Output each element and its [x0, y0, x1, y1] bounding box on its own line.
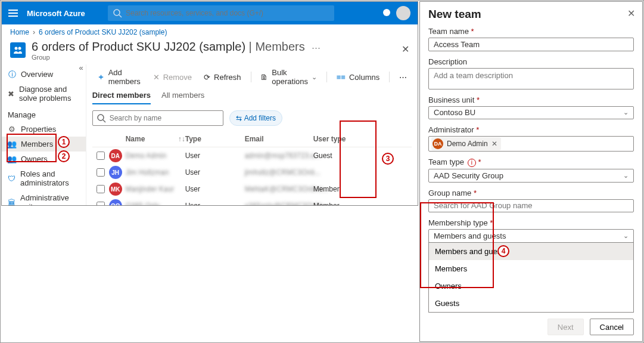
admin-pill[interactable]: DADemo Admin✕ — [431, 137, 501, 150]
columns-button[interactable]: ≡≡Columns — [332, 73, 384, 82]
sidebar-members[interactable]: 👥Members — [2, 137, 86, 152]
more-toolbar-icon[interactable]: ⋯ — [394, 73, 412, 82]
sidebar-roles[interactable]: 🛡Roles and administrators — [2, 166, 86, 190]
tab-all-members[interactable]: All members — [161, 91, 204, 104]
user-avatar-icon: MK — [109, 183, 122, 196]
bulk-operations-button[interactable]: 🗎Bulk operations⌄ — [256, 68, 322, 86]
hamburger-icon[interactable] — [2, 8, 24, 18]
collapse-sidebar-icon[interactable]: « — [79, 63, 83, 72]
sidebar-diagnose[interactable]: ✖Diagnose and solve problems — [2, 82, 86, 106]
admin-units-icon: 🏛 — [8, 198, 15, 206]
business-unit-label: Business unit — [428, 95, 634, 104]
svg-rect-2 — [8, 16, 18, 17]
team-name-input[interactable] — [428, 38, 634, 51]
svg-rect-0 — [8, 10, 18, 11]
table-row[interactable]: JH Jim Holtzman User jimholtz@CRMC3Onli.… — [92, 164, 412, 181]
membership-option[interactable]: Guests — [429, 295, 633, 312]
crumb-page[interactable]: 6 orders of Product SKU JJ202 (sample) — [39, 28, 167, 36]
remove-button: ✕Remove — [148, 73, 197, 82]
tab-direct-members[interactable]: Direct members — [92, 91, 151, 104]
cell-name: Jim Holtzman — [126, 168, 185, 177]
brand[interactable]: Microsoft Azure — [24, 9, 108, 18]
page-header: 6 orders of Product SKU JJ202 (sample) |… — [2, 40, 418, 64]
azure-topbar: Microsoft Azure — [2, 2, 418, 24]
sidebar-owners[interactable]: 👥Owners — [2, 152, 86, 166]
chevron-down-icon: ⌄ — [623, 232, 629, 240]
row-checkbox[interactable] — [97, 202, 105, 206]
grid-header: Name↑↓ Type Email User type — [92, 131, 412, 147]
team-type-select[interactable]: AAD Security Group⌄ — [428, 169, 634, 183]
cell-email: MehtaK@CRMC3Online... — [245, 185, 313, 193]
crumb-home[interactable]: Home — [10, 28, 29, 36]
remove-admin-icon[interactable]: ✕ — [491, 140, 497, 148]
sidebar-admin-units[interactable]: 🏛Administrative units — [2, 190, 86, 206]
properties-icon: ⚙ — [8, 125, 16, 134]
cell-type: User — [185, 152, 245, 160]
table-row[interactable]: MK Manjinder Kaur User MehtaK@CRMC3Onlin… — [92, 181, 412, 197]
entity-subtype: Group — [32, 54, 321, 61]
sidebar-overview[interactable]: ⓘOverview — [2, 67, 86, 82]
user-avatar[interactable] — [396, 6, 410, 20]
group-icon — [10, 42, 26, 58]
add-members-button[interactable]: ＋Add members — [92, 68, 146, 86]
add-filters-button[interactable]: ⇆Add filters — [229, 110, 282, 126]
business-unit-select[interactable]: Contoso BU⌄ — [428, 106, 634, 120]
sidebar-properties[interactable]: ⚙Properties — [2, 122, 86, 137]
copilot-icon[interactable] — [382, 8, 391, 19]
col-type[interactable]: Type — [185, 135, 245, 143]
svg-point-8 — [98, 115, 104, 120]
group-name-label: Group name — [428, 189, 634, 197]
new-team-panel: ✕ New team Team name Description Busines… — [419, 1, 643, 342]
global-search-input[interactable] — [126, 9, 329, 17]
chevron-down-icon: ⌄ — [623, 109, 629, 116]
row-checkbox[interactable] — [97, 152, 105, 160]
cell-email: admin@msp763723.o... — [245, 152, 313, 160]
membership-type-dropdown: Members and guestsMembersOwnersGuests — [428, 242, 634, 313]
owners-icon: 👥 — [8, 155, 16, 163]
close-panel-icon[interactable]: ✕ — [627, 8, 635, 19]
table-row[interactable]: OO O365 Only User o365only@CRMC3Onlin...… — [92, 197, 412, 206]
col-user-type[interactable]: User type — [313, 135, 355, 143]
sidebar: « ⓘOverview ✖Diagnose and solve problems… — [2, 64, 86, 206]
svg-rect-1 — [8, 13, 18, 14]
row-checkbox[interactable] — [97, 168, 105, 177]
svg-line-4 — [119, 15, 122, 17]
membership-type-select[interactable]: Members and guests⌄ — [428, 229, 634, 243]
group-name-input[interactable] — [428, 199, 634, 213]
cell-name: Demo Admin — [126, 152, 185, 160]
description-input[interactable] — [428, 68, 634, 89]
administrator-label: Administrator — [428, 125, 634, 134]
svg-point-3 — [114, 10, 120, 16]
team-type-label: Team typei — [428, 157, 634, 167]
diagnose-icon: ✖ — [8, 89, 14, 98]
search-name-box[interactable] — [92, 110, 223, 126]
close-blade-icon[interactable]: ✕ — [402, 44, 409, 55]
table-row[interactable]: DA Demo Admin User admin@msp763723.o... … — [92, 147, 412, 164]
chevron-down-icon: ⌄ — [623, 172, 629, 180]
col-email[interactable]: Email — [245, 135, 313, 143]
cell-user-type: Member — [313, 185, 355, 193]
breadcrumb: Home › 6 orders of Product SKU JJ202 (sa… — [2, 24, 418, 40]
refresh-button[interactable]: ⟳Refresh — [199, 73, 246, 82]
info-icon[interactable]: i — [468, 159, 476, 167]
cell-type: User — [185, 168, 245, 177]
membership-option[interactable]: Members and guests — [429, 243, 633, 260]
svg-point-5 — [383, 9, 390, 16]
global-search[interactable] — [108, 5, 334, 21]
filter-icon: ⇆ — [236, 114, 242, 122]
search-name-input[interactable] — [110, 114, 219, 122]
cell-name: O365 Only — [126, 202, 185, 206]
user-avatar-icon: DA — [109, 149, 122, 162]
cancel-button[interactable]: Cancel — [590, 319, 634, 335]
svg-line-9 — [103, 120, 105, 122]
col-name[interactable]: Name↑↓ — [126, 135, 185, 143]
membership-option[interactable]: Owners — [429, 277, 633, 295]
cell-type: User — [185, 202, 245, 206]
user-avatar-icon: OO — [109, 199, 122, 206]
row-checkbox[interactable] — [97, 185, 105, 193]
membership-option[interactable]: Members — [429, 260, 633, 277]
member-tabs: Direct members All members — [92, 91, 412, 104]
sidebar-manage-header: Manage — [2, 106, 86, 122]
administrator-lookup[interactable]: DADemo Admin✕ — [428, 136, 634, 152]
info-icon: ⓘ — [8, 70, 16, 79]
